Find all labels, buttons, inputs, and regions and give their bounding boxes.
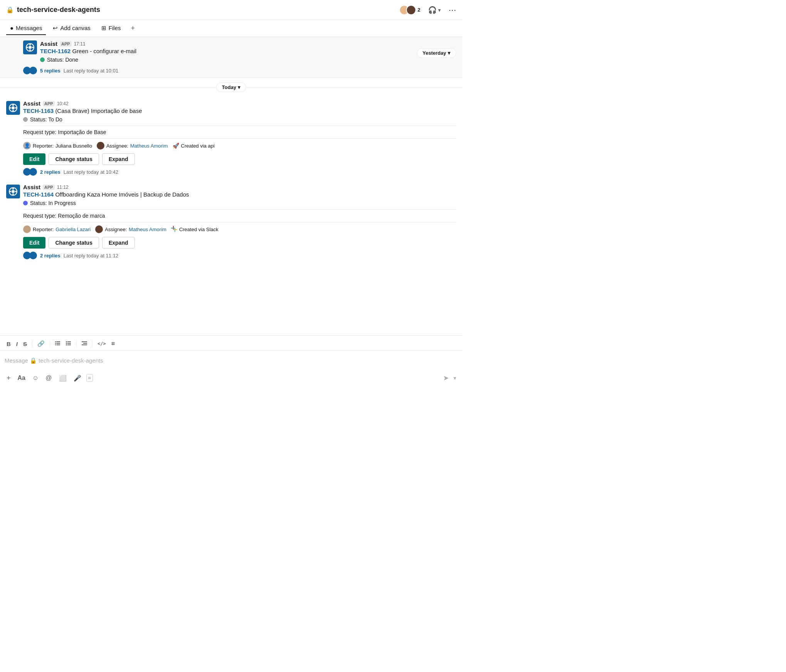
video-button[interactable]: ⬜ [57,373,69,383]
timestamp-1: 17:11 [74,41,86,47]
svg-point-10 [12,104,14,106]
change-status-button-1164[interactable]: Change status [49,237,99,249]
nav-files[interactable]: ⊞ Files [97,22,125,35]
svg-point-8 [10,107,11,109]
created-1163: 🚀 Created via api [173,143,215,149]
send-button[interactable]: ➤ [442,372,450,384]
composer-bottom-bar: + Aa ☺ @ ⬜ 🎤 ⌗ ➤ ▾ [0,371,462,385]
assignee-name-1164[interactable]: Matheus Amorim [129,227,166,232]
channel-title-area: 🔒 tech-service-desk-agents [6,6,399,14]
replies-1162: 5 replies Last reply today at 10:01 [23,67,456,74]
svg-point-13 [12,190,15,193]
reporter-avatar-1164 [23,225,31,233]
svg-rect-20 [171,228,175,228]
ordered-list-button[interactable] [53,339,62,349]
change-status-button-1163[interactable]: Change status [49,153,99,165]
replies-count-1163: 2 replies [40,169,60,175]
card-divider-1163 [23,126,456,126]
toolbar-divider-3 [76,340,77,347]
action-buttons-1163: Edit Change status Expand [23,153,456,165]
svg-rect-36 [82,344,87,345]
card-divider2-1164 [23,222,456,222]
bold-button[interactable]: B [5,339,13,349]
nav-add-canvas[interactable]: ↩ Add canvas [49,22,94,35]
status-dot-inprogress [23,201,28,205]
font-button[interactable]: Aa [16,373,27,383]
sender-name-1: Assist [40,40,57,47]
link-button[interactable]: 🔗 [35,339,47,349]
yesterday-pill[interactable]: Yesterday ▾ [417,48,456,58]
code-button[interactable]: </> [96,339,108,348]
member-avatars[interactable]: 2 [399,5,420,15]
message-input[interactable]: Message 🔒 tech-service-desk-agents [0,351,462,371]
svg-point-17 [12,193,14,195]
huddle-chevron-icon[interactable]: ▾ [438,7,441,13]
svg-point-2 [27,47,28,48]
svg-rect-24 [57,344,60,345]
message-block-1164: Assist APP 11:12 TECH-1164 Offboarding K… [0,180,462,264]
app-badge-1: APP [60,41,72,47]
sender-name-2: Assist [23,100,40,107]
svg-point-14 [10,191,11,192]
assignee-name-1163[interactable]: Matheus Amorim [130,143,168,149]
sender-name-3: Assist [23,184,40,190]
svg-rect-26 [55,343,56,344]
italic-button[interactable]: I [14,339,20,349]
more-options-button[interactable]: ⋯ [448,5,456,15]
unordered-list-button[interactable] [64,339,73,349]
edit-button-1164[interactable]: Edit [23,237,45,249]
assignee-1163: Assignee: Matheus Amorim [97,142,168,150]
huddle-button[interactable]: 🎧 ▾ [425,4,444,16]
reporter-name-1163: Juliana Busnello [55,143,92,149]
status-1162: Status: Done [40,57,136,63]
msg3-header: Assist APP 11:12 TECH-1164 Offboarding K… [6,184,456,259]
ticket-1164-name: Offboarding Kaza Home Imóveis | Backup d… [55,191,189,198]
svg-rect-23 [57,343,60,344]
ticket-1164-link[interactable]: TECH-1164 [23,191,54,198]
expand-button-1164[interactable]: Expand [102,237,135,249]
nav-messages[interactable]: ● Messages [6,22,46,35]
today-pill[interactable]: Today ▾ [216,82,246,92]
reply-avatar-3b [29,252,37,259]
ticket-1163-name: (Casa Brave) Importação de base [55,108,142,114]
svg-point-9 [15,107,17,109]
mention-button[interactable]: @ [44,373,54,383]
nav-add-button[interactable]: + [128,23,138,34]
reporter-label-1164: Reporter: [33,227,54,232]
strikethrough-button[interactable]: S [21,339,29,349]
indent-button[interactable] [80,339,89,349]
add-attachment-button[interactable]: + [5,373,13,384]
meta-row-1164: Reporter: Gabriella Lazari Assignee: Mat… [23,225,456,233]
msg3-content: Assist APP 11:12 TECH-1164 Offboarding K… [23,184,456,259]
ticket-1162-link[interactable]: TECH-1162 [40,48,71,54]
edit-button-1163[interactable]: Edit [23,153,45,165]
slash-button[interactable]: ⌗ [86,374,93,382]
messages-icon: ● [10,25,13,31]
reply-avatars-1163 [23,168,37,176]
messages-area: Assist APP 17:11 TECH-1162 Green - confi… [0,37,462,335]
message-block-1162: Assist APP 17:11 TECH-1162 Green - confi… [0,37,462,78]
assist-avatar-1 [23,40,37,54]
reporter-name-1164[interactable]: Gabriella Lazari [55,227,91,232]
workflow-button[interactable]: ⌗ [109,339,116,349]
replies-row-1163[interactable]: 2 replies Last reply today at 10:42 [23,168,456,176]
svg-point-3 [32,47,34,48]
msg1-meta: Assist APP 17:11 TECH-1162 Green - confi… [40,40,136,65]
svg-point-1 [29,46,32,49]
audio-button[interactable]: 🎤 [72,373,83,383]
ticket-1163-link[interactable]: TECH-1163 [23,108,54,114]
svg-point-31 [66,341,67,342]
send-options-button[interactable]: ▾ [452,373,458,383]
replies-row-1162[interactable]: 5 replies Last reply today at 10:01 [23,67,456,74]
status-label-1163: Status: To Do [30,116,62,123]
yesterday-divider-area: Yesterday ▾ [417,48,456,58]
assignee-1164: Assignee: Matheus Amorim [95,225,166,233]
toolbar-divider-1 [32,340,32,347]
app-badge-2: APP [43,101,55,106]
avatar-2 [406,5,416,15]
expand-button-1163[interactable]: Expand [102,153,135,165]
header-actions: 2 🎧 ▾ ⋯ [399,4,456,16]
reply-avatar-1b [29,67,37,74]
replies-row-1164[interactable]: 2 replies Last reply today at 11:12 [23,252,456,259]
emoji-button[interactable]: ☺ [30,373,40,383]
